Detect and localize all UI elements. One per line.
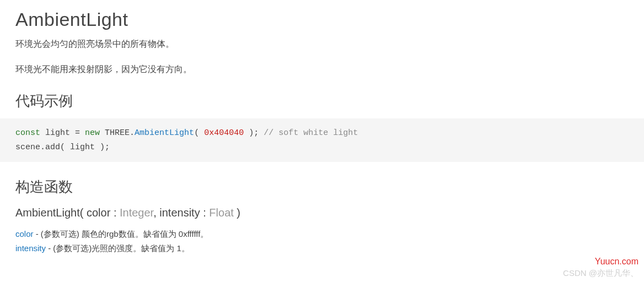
keyword-new: new bbox=[85, 128, 100, 138]
watermark-csdn: CSDN @亦世凡华、 bbox=[563, 268, 638, 279]
constructor-signature: AmbientLight( color : Integer, intensity… bbox=[15, 207, 629, 219]
code-block: const light = new THREE.AmbientLight( 0x… bbox=[0, 118, 644, 162]
code-comment: // soft white light bbox=[259, 128, 358, 138]
ident-scene: scene bbox=[15, 143, 40, 152]
code-example-heading: 代码示例 bbox=[15, 91, 629, 111]
watermark-site: Yuucn.com bbox=[595, 257, 638, 267]
type-float: Float bbox=[209, 207, 233, 219]
keyword-const: const bbox=[15, 128, 40, 138]
type-integer: Integer bbox=[120, 207, 153, 219]
description-para-2: 环境光不能用来投射阴影，因为它没有方向。 bbox=[15, 62, 629, 77]
ident-light: light bbox=[45, 128, 70, 138]
constructor-heading: 构造函数 bbox=[15, 177, 629, 197]
description-para-1: 环境光会均匀的照亮场景中的所有物体。 bbox=[15, 37, 629, 51]
param-color: color - (参数可选) 颜色的rgb数值。缺省值为 0xffffff。 bbox=[15, 227, 629, 241]
param-link-intensity[interactable]: intensity bbox=[15, 243, 46, 253]
page-title: AmbientLight bbox=[15, 9, 629, 30]
param-link-color[interactable]: color bbox=[15, 229, 34, 238]
doc-content: AmbientLight 环境光会均匀的照亮场景中的所有物体。 环境光不能用来投… bbox=[0, 0, 644, 264]
hex-value: 0x404040 bbox=[204, 128, 244, 138]
param-intensity: intensity - (参数可选)光照的强度。缺省值为 1。 bbox=[15, 241, 629, 256]
class-ambientlight: AmbientLight bbox=[135, 128, 194, 138]
